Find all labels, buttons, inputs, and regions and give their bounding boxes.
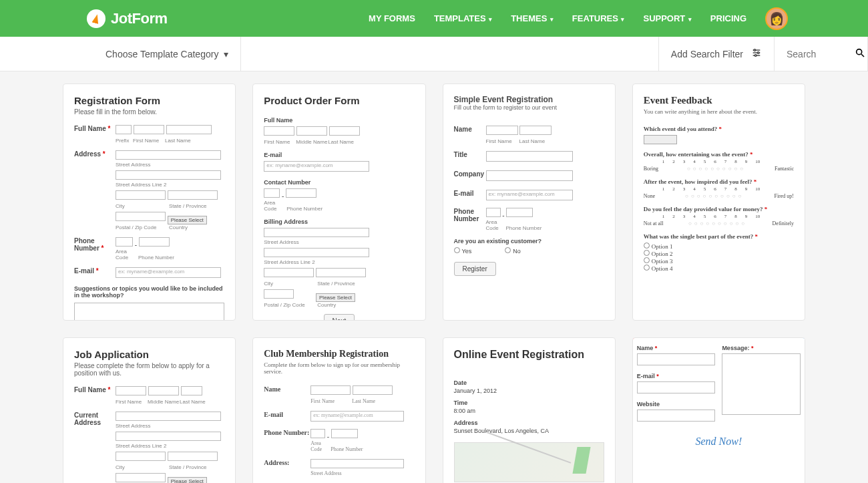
template-card-job-application[interactable]: Job Application Please complete the form… bbox=[63, 337, 236, 483]
register-button[interactable]: Register bbox=[454, 262, 496, 276]
chevron-down-icon: ▾ bbox=[224, 49, 228, 59]
filter-icon bbox=[751, 47, 762, 60]
search-icon[interactable] bbox=[855, 47, 865, 60]
template-grid: Registration Form Please fill in the for… bbox=[60, 84, 808, 483]
nav-support[interactable]: SUPPORT ▾ bbox=[643, 13, 691, 23]
card-title: Club Membership Registration bbox=[264, 349, 414, 359]
template-card-contact-message[interactable]: Name * E-mail * Website Message: * Send … bbox=[632, 337, 805, 483]
template-card-registration[interactable]: Registration Form Please fill in the for… bbox=[63, 84, 236, 321]
nav-pricing[interactable]: PRICING bbox=[710, 13, 746, 23]
nav-features[interactable]: FEATURES ▾ bbox=[572, 13, 625, 23]
card-title: Online Event Registration bbox=[454, 349, 604, 361]
next-button[interactable]: Next bbox=[324, 314, 355, 321]
filter-label: Add Search Filter bbox=[671, 49, 743, 59]
logo-icon bbox=[87, 9, 105, 28]
template-card-online-event[interactable]: Online Event Registration Date January 1… bbox=[443, 337, 616, 483]
add-search-filter-button[interactable]: Add Search Filter bbox=[659, 37, 775, 71]
svg-point-5 bbox=[754, 55, 756, 57]
category-label: Choose Template Category bbox=[105, 49, 218, 59]
svg-point-6 bbox=[857, 49, 862, 55]
card-title: Registration Form bbox=[74, 95, 224, 106]
nav: MY FORMS TEMPLATES ▾ THEMES ▾ FEATURES ▾… bbox=[369, 7, 788, 30]
template-card-event-feedback[interactable]: Event Feedback You can write anything in… bbox=[632, 84, 805, 321]
svg-line-7 bbox=[861, 54, 864, 57]
avatar[interactable]: 👩 bbox=[765, 7, 788, 30]
template-card-club-membership[interactable]: Club Membership Registration Complete th… bbox=[252, 337, 425, 483]
card-title: Simple Event Registration bbox=[454, 95, 604, 104]
card-title: Job Application bbox=[74, 349, 224, 360]
nav-themes[interactable]: THEMES ▾ bbox=[511, 13, 554, 23]
subbar: Choose Template Category ▾ Add Search Fi… bbox=[0, 37, 868, 71]
nav-templates[interactable]: TEMPLATES ▾ bbox=[434, 13, 492, 23]
category-dropdown[interactable]: Choose Template Category ▾ bbox=[93, 37, 241, 71]
topbar: JotForm MY FORMS TEMPLATES ▾ THEMES ▾ FE… bbox=[0, 0, 868, 37]
nav-my-forms[interactable]: MY FORMS bbox=[369, 13, 415, 23]
card-title: Event Feedback bbox=[644, 95, 794, 106]
svg-point-3 bbox=[754, 49, 756, 51]
map-placeholder bbox=[454, 442, 604, 482]
card-title: Product Order Form bbox=[264, 95, 414, 106]
template-card-product-order[interactable]: Product Order Form Full Name First NameM… bbox=[252, 84, 425, 321]
search-input[interactable] bbox=[787, 49, 847, 59]
svg-point-4 bbox=[757, 52, 759, 54]
template-card-simple-event[interactable]: Simple Event Registration Fill out the f… bbox=[443, 84, 616, 321]
logo[interactable]: JotForm bbox=[87, 9, 168, 28]
send-now-button[interactable]: Send Now! bbox=[637, 436, 801, 448]
card-subtitle: Please fill in the form below. bbox=[74, 108, 224, 116]
logo-text: JotForm bbox=[111, 10, 168, 27]
